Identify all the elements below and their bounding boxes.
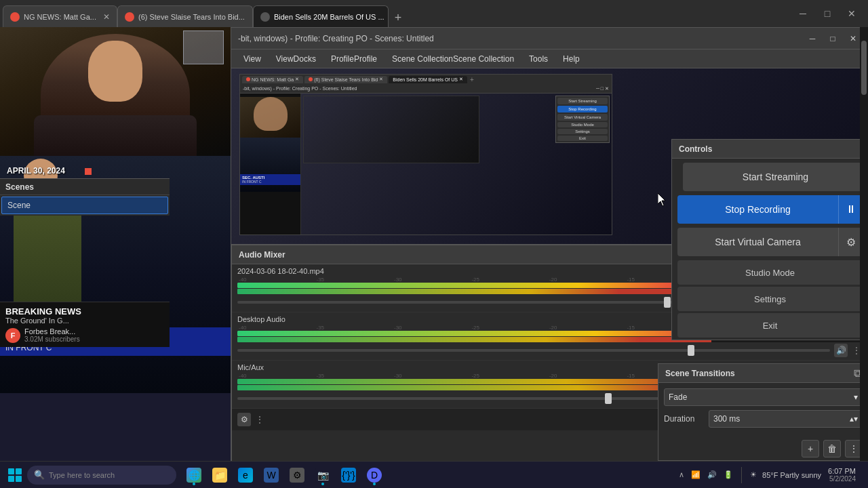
obs-close-button[interactable]: ✕	[846, 31, 861, 46]
taskbar-time: 6:07 PM	[828, 467, 856, 475]
tab-close-1[interactable]: ✕	[103, 12, 110, 22]
menu-profile[interactable]: ProfileProfile	[324, 53, 384, 65]
transitions-add-button[interactable]: +	[802, 440, 819, 458]
weather-icon[interactable]: ☀	[747, 470, 760, 479]
audio-more-button[interactable]: ⋮	[255, 413, 264, 426]
obs-nested-preview: NG NEWS: Matt Ga ✕ (6) Steve Slaise Tear…	[239, 74, 612, 235]
scroll-thumb[interactable]	[861, 41, 867, 95]
scroll-area[interactable]	[860, 27, 868, 461]
transitions-body: Fade ▾ Duration 300 ms ▴▾	[658, 383, 868, 437]
mini-news-area: SEC. AUSTI IN FRONT C	[240, 138, 300, 192]
close-window-button[interactable]: ✕	[842, 4, 861, 23]
mini-news-bg: SEC. AUSTI IN FRONT C	[240, 138, 300, 192]
fader-track-2	[237, 349, 830, 352]
mini-controls: Start Streaming Stop Recording Start Vir…	[555, 96, 610, 143]
obs-maximize-button[interactable]: □	[825, 31, 840, 46]
windows-logo-icon	[8, 468, 22, 482]
transitions-duration-value: 300 ms	[713, 414, 740, 424]
audio-fader-2[interactable]	[237, 345, 830, 356]
systray-network[interactable]: 📶	[688, 470, 703, 479]
new-tab-button[interactable]: +	[389, 8, 408, 27]
mini-news-bar: SEC. AUSTI IN FRONT C	[240, 174, 300, 185]
app-dot-discord	[373, 483, 376, 485]
browser-tab-3[interactable]: Biden Sells 20M Barrels Of US ... ✕	[253, 5, 389, 27]
mini-obs-titlebar: -bit, windows) - Profile: Creating PO - …	[240, 84, 612, 94]
scene-item-1[interactable]: Scene	[1, 197, 168, 214]
transitions-delete-button[interactable]: 🗑	[823, 440, 841, 458]
transitions-header: Scene Transitions ⧉	[658, 364, 868, 383]
browser-chrome: NG NEWS: Matt Ga... ✕ (6) Steve Slaise T…	[0, 0, 868, 27]
scenes-title: Scenes	[5, 182, 34, 192]
stop-recording-button[interactable]: Stop Recording	[677, 195, 838, 224]
taskbar-clock[interactable]: 6:07 PM 5/2/2024	[824, 467, 860, 483]
tab-favicon-3	[260, 12, 270, 22]
audio-settings-button[interactable]: ⚙	[237, 413, 251, 426]
menu-scene-collection[interactable]: Scene CollectionScene Collection	[385, 53, 521, 65]
menu-help[interactable]: Help	[556, 53, 587, 65]
taskbar-divider	[741, 467, 742, 483]
audio-meter-fill-2b	[237, 337, 711, 342]
taskbar-app-vscode[interactable]: {'}'}	[336, 463, 361, 487]
tab-label-3: Biden Sells 20M Barrels Of US ...	[274, 13, 384, 21]
fader-thumb-3[interactable]	[605, 393, 612, 404]
start-button[interactable]	[3, 463, 27, 487]
systray-battery[interactable]: 🔋	[721, 470, 736, 479]
controls-title: Controls	[679, 144, 712, 154]
settings-button[interactable]: Settings	[677, 287, 863, 311]
taskbar-search-box[interactable]: 🔍 Type here to search	[27, 466, 176, 485]
obs-menubar: View ViewDocks ProfileProfile Scene Coll…	[231, 49, 867, 68]
mute-button-2[interactable]: 🔊	[834, 344, 848, 357]
start-virtual-camera-button[interactable]: Start Virtual Camera	[677, 228, 838, 256]
pause-recording-button[interactable]: ⏸	[838, 195, 863, 224]
weather-text: 85°F Partly sunny	[762, 471, 821, 479]
transitions-duration-label: Duration	[664, 414, 705, 424]
obs-minimize-button[interactable]: ─	[805, 31, 820, 46]
start-streaming-button[interactable]: Start Streaming	[683, 163, 868, 191]
minimize-button[interactable]: ─	[793, 4, 812, 23]
audio-channel-2-controls: 🔊 ⋮	[237, 344, 861, 357]
transitions-footer: + 🗑 ⋮	[658, 437, 868, 460]
webcam-bg-window	[183, 30, 224, 64]
virtual-camera-gear-button[interactable]: ⚙	[838, 228, 863, 256]
exit-button[interactable]: Exit	[677, 313, 863, 338]
search-placeholder: Type here to search	[49, 471, 115, 479]
settings-row: Settings	[677, 287, 863, 311]
webcam-head	[88, 41, 142, 102]
channel-text: Forbes Break... 3.02M subscribers	[24, 327, 80, 343]
browser-tab-list: NG NEWS: Matt Ga... ✕ (6) Steve Slaise T…	[0, 0, 793, 27]
channel-name: Forbes Break...	[24, 327, 80, 336]
taskbar-app-word[interactable]: W	[259, 463, 283, 487]
maximize-button[interactable]: □	[818, 4, 837, 23]
recording-indicator	[85, 168, 92, 175]
fader-thumb-2[interactable]	[688, 345, 694, 356]
windows-logo-q3	[8, 476, 14, 482]
browser-tab-2[interactable]: (6) Steve Slaise Tears Into Bid... ✕	[117, 5, 253, 27]
taskbar-app-chrome[interactable]: 🌐	[182, 463, 206, 487]
taskbar-app-settings[interactable]: ⚙	[285, 463, 309, 487]
taskbar-app-discord[interactable]: D	[362, 463, 387, 487]
transitions-type-select[interactable]: Fade ▾	[664, 388, 863, 406]
settings-icon: ⚙	[290, 468, 304, 483]
fader-thumb-1[interactable]	[664, 297, 671, 308]
browser-tab-1[interactable]: NG NEWS: Matt Ga... ✕	[3, 5, 117, 27]
controls-panel: Controls Start Streaming Stop Recording …	[671, 139, 868, 340]
menu-docks[interactable]: ViewDocks	[269, 53, 323, 65]
taskbar-app-explorer[interactable]: 📁	[208, 463, 232, 487]
systray-volume[interactable]: 🔊	[705, 470, 719, 479]
controls-header: Controls	[672, 140, 868, 159]
menu-tools[interactable]: Tools	[522, 53, 555, 65]
news-date-overlay: APRIL 30, 2024	[7, 166, 65, 176]
search-icon: 🔍	[34, 470, 45, 480]
tab-favicon-1	[10, 12, 20, 22]
mini-webcam-face	[254, 97, 288, 131]
scenes-panel: Scenes Scene	[0, 178, 170, 216]
transitions-duration-select[interactable]: 300 ms ▴▾	[709, 410, 863, 428]
mini-recursive-preview	[303, 96, 479, 163]
mini-tab-2: (6) Steve Slaise Tears Into Bid ✕	[304, 76, 387, 83]
tab-label-1: NG NEWS: Matt Ga...	[24, 13, 96, 21]
taskbar-app-obs[interactable]: 📷	[311, 463, 335, 487]
taskbar-app-edge[interactable]: e	[233, 463, 258, 487]
studio-mode-button[interactable]: Studio Mode	[677, 260, 863, 285]
menu-view[interactable]: View	[237, 53, 268, 65]
systray-expand[interactable]: ∧	[676, 470, 687, 479]
